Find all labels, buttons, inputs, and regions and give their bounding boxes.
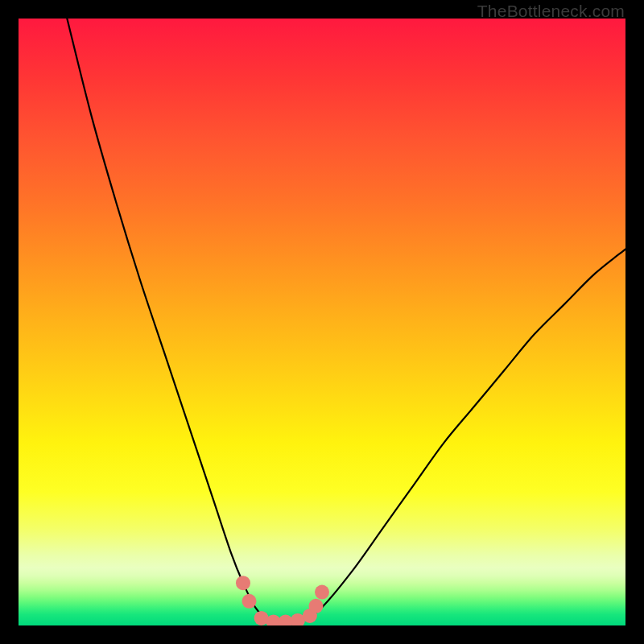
bottleneck-curve [67, 19, 625, 623]
highlight-markers [236, 576, 329, 625]
plot-area [19, 19, 625, 625]
marker-dot [266, 614, 281, 625]
marker-dot [236, 576, 250, 590]
marker-dot [308, 599, 323, 613]
curve-layer [19, 19, 625, 625]
marker-dot [315, 585, 329, 600]
chart-frame: TheBottleneck.com [0, 0, 644, 644]
marker-dot [242, 594, 257, 609]
